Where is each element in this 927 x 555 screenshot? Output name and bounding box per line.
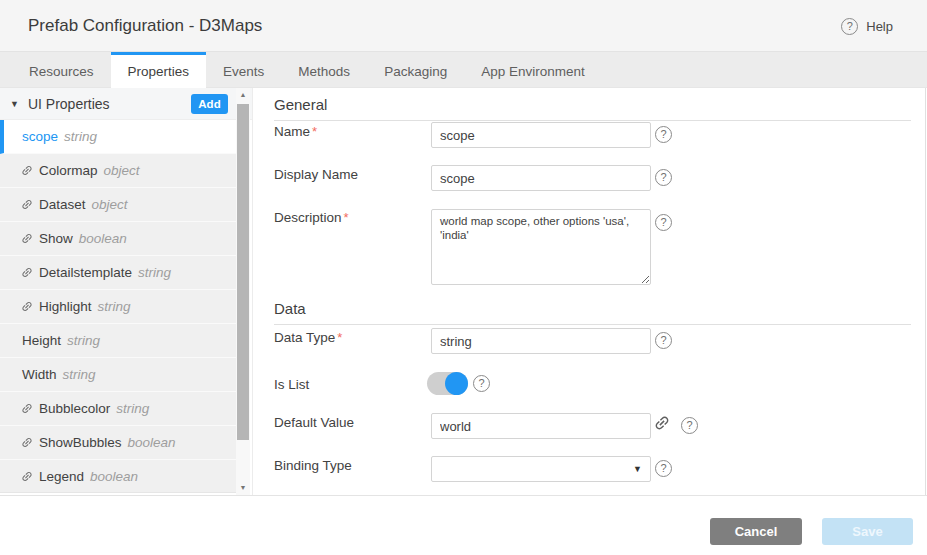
display-name-label: Display Name: [274, 167, 358, 183]
property-name: Highlight: [39, 299, 92, 314]
name-input[interactable]: [431, 122, 651, 148]
tab-events[interactable]: Events: [206, 52, 281, 88]
properties-sidebar: ▼ UI Properties Add scope string Colorma…: [0, 88, 252, 495]
binding-type-help-icon[interactable]: ?: [655, 460, 672, 477]
description-label: Description*: [274, 210, 349, 226]
property-name: Legend: [39, 469, 84, 484]
property-type: string: [63, 367, 96, 382]
link-icon: [17, 399, 36, 418]
default-value-label: Default Value: [274, 415, 354, 431]
property-name: Dataset: [39, 197, 86, 212]
property-name: Height: [22, 333, 61, 348]
tab-bar: Resources Properties Events Methods Pack…: [0, 52, 927, 88]
footer-bar: Cancel Save: [0, 495, 927, 555]
link-icon: [17, 263, 36, 282]
property-item-scope[interactable]: scope string: [0, 120, 236, 154]
is-list-label: Is List: [274, 377, 309, 393]
page-title: Prefab Configuration - D3Maps: [28, 16, 262, 36]
scroll-down-icon[interactable]: ▼: [236, 481, 250, 495]
name-help-icon[interactable]: ?: [655, 126, 672, 143]
required-marker: *: [344, 210, 349, 225]
toggle-knob: [445, 372, 468, 395]
property-name: Bubblecolor: [39, 401, 110, 416]
data-type-input[interactable]: [431, 328, 651, 354]
description-textarea[interactable]: world map scope, other options 'usa', 'i…: [431, 209, 651, 285]
required-marker: *: [312, 124, 317, 139]
property-item-detailstemplate[interactable]: Detailstemplate string: [0, 256, 236, 290]
property-type: object: [92, 197, 128, 212]
default-value-input[interactable]: [431, 413, 651, 439]
display-name-help-icon[interactable]: ?: [655, 169, 672, 186]
property-type: string: [98, 299, 131, 314]
link-icon: [17, 195, 36, 214]
binding-type-select[interactable]: ▼: [431, 456, 651, 482]
link-icon: [17, 297, 36, 316]
section-title-data: Data: [274, 292, 911, 325]
section-title-general: General: [274, 88, 911, 121]
is-list-help-icon[interactable]: ?: [473, 375, 490, 392]
property-type: boolean: [79, 231, 127, 246]
tab-methods[interactable]: Methods: [281, 52, 367, 88]
ui-properties-header: ▼ UI Properties Add: [0, 88, 252, 120]
bind-link-icon[interactable]: [649, 410, 674, 435]
display-name-input[interactable]: [431, 165, 651, 191]
data-type-label: Data Type*: [274, 330, 342, 346]
property-type: object: [104, 163, 140, 178]
property-type: string: [138, 265, 171, 280]
description-help-icon[interactable]: ?: [655, 214, 672, 231]
property-item-bubblecolor[interactable]: Bubblecolor string: [0, 392, 236, 426]
property-config-panel: General Name* ? Display Name ? Descripti…: [252, 88, 926, 495]
property-name: Show: [39, 231, 73, 246]
ui-properties-label: UI Properties: [28, 96, 110, 112]
binding-type-label: Binding Type: [274, 458, 352, 474]
tab-packaging[interactable]: Packaging: [367, 52, 464, 88]
property-item-width[interactable]: Width string: [0, 358, 236, 392]
property-type: string: [67, 333, 100, 348]
collapse-caret-icon[interactable]: ▼: [10, 99, 19, 109]
property-item-highlight[interactable]: Highlight string: [0, 290, 236, 324]
is-list-toggle[interactable]: [427, 372, 468, 395]
link-icon: [17, 466, 36, 485]
save-button[interactable]: Save: [822, 518, 913, 545]
property-item-height[interactable]: Height string: [0, 324, 236, 358]
tab-resources[interactable]: Resources: [12, 52, 111, 88]
property-name: ShowBubbles: [39, 435, 122, 450]
add-property-button[interactable]: Add: [191, 94, 228, 114]
property-list: scope string Colormap object Dataset obj…: [0, 120, 236, 493]
property-name: Width: [22, 367, 57, 382]
help-icon[interactable]: ?: [841, 18, 858, 35]
name-label: Name*: [274, 124, 317, 140]
property-name: Detailstemplate: [39, 265, 132, 280]
property-item-showbubbles[interactable]: ShowBubbles boolean: [0, 426, 236, 460]
link-icon: [17, 433, 36, 452]
cancel-button[interactable]: Cancel: [710, 518, 802, 545]
required-marker: *: [337, 330, 342, 345]
property-type: boolean: [90, 469, 138, 484]
property-item-dataset[interactable]: Dataset object: [0, 188, 236, 222]
tab-app-environment[interactable]: App Environment: [464, 52, 602, 88]
property-type: string: [64, 129, 97, 144]
property-type: boolean: [128, 435, 176, 450]
link-icon: [17, 229, 36, 248]
tab-properties[interactable]: Properties: [111, 52, 207, 88]
sidebar-scrollbar[interactable]: ▲ ▼: [236, 88, 250, 495]
property-item-legend[interactable]: Legend boolean: [0, 460, 236, 493]
property-type: string: [116, 401, 149, 416]
data-type-help-icon[interactable]: ?: [655, 332, 672, 349]
property-name: scope: [22, 129, 58, 144]
scroll-up-icon[interactable]: ▲: [236, 88, 250, 102]
property-name: Colormap: [39, 163, 98, 178]
help-button[interactable]: ? Help: [841, 18, 893, 35]
property-item-colormap[interactable]: Colormap object: [0, 154, 236, 188]
title-bar: Prefab Configuration - D3Maps ? Help: [0, 0, 927, 52]
help-label[interactable]: Help: [866, 19, 893, 34]
default-value-help-icon[interactable]: ?: [681, 417, 698, 434]
scrollbar-thumb[interactable]: [237, 104, 249, 440]
link-icon: [17, 161, 36, 180]
property-item-show[interactable]: Show boolean: [0, 222, 236, 256]
chevron-down-icon: ▼: [633, 464, 642, 474]
